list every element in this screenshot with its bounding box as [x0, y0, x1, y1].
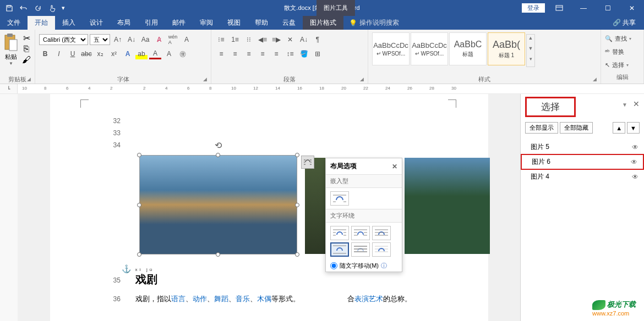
show-all-button[interactable]: 全部显示: [525, 122, 558, 134]
style-title[interactable]: AaBbC标题: [449, 32, 487, 65]
replace-button[interactable]: ᵃᵇ替换: [605, 46, 640, 58]
document-viewport[interactable]: 32 33 34 35 36 ⟲ ⚓ xì jù: [18, 94, 520, 321]
tab-references[interactable]: 引用: [138, 16, 165, 30]
layout-behind[interactable]: [351, 242, 370, 257]
image-behind-2[interactable]: [405, 158, 490, 254]
pane-dropdown-arrow[interactable]: ▼: [622, 102, 627, 108]
format-painter-button[interactable]: 🖌: [21, 55, 32, 65]
paragraph-launcher[interactable]: ◢: [360, 76, 367, 83]
borders-button[interactable]: ⊞: [312, 48, 324, 59]
layout-topbottom[interactable]: [330, 242, 349, 257]
bring-forward-button[interactable]: ▲: [613, 122, 625, 134]
hide-all-button[interactable]: 全部隐藏: [560, 122, 593, 134]
style-heading1[interactable]: AaBb(标题 1: [488, 32, 525, 65]
superscript-button[interactable]: x²: [108, 48, 120, 59]
layout-through[interactable]: [372, 226, 391, 240]
bullets-button[interactable]: ⁝≡: [215, 34, 227, 45]
rotate-handle[interactable]: ⟲: [212, 140, 223, 151]
layout-options-button[interactable]: [301, 156, 314, 169]
object-item-pic5[interactable]: 图片 5👁: [521, 140, 644, 154]
redo-button[interactable]: [31, 1, 45, 15]
line-spacing-button[interactable]: ↕≡: [284, 48, 296, 59]
visibility-toggle[interactable]: 👁: [632, 173, 638, 181]
numbering-button[interactable]: 1≡: [229, 34, 241, 45]
shading-button[interactable]: 🪣: [298, 48, 310, 59]
qat-customize-dropdown[interactable]: ▾: [59, 1, 67, 15]
distributed-button[interactable]: ≡: [270, 48, 282, 59]
tab-layout[interactable]: 布局: [110, 16, 138, 30]
cut-button[interactable]: ✂: [21, 33, 32, 43]
undo-button[interactable]: [17, 1, 31, 15]
tab-review[interactable]: 审阅: [193, 16, 220, 30]
font-size-select[interactable]: 五号: [90, 34, 110, 45]
highlight-button[interactable]: ab: [135, 48, 148, 59]
save-button[interactable]: [2, 1, 17, 15]
tell-me-search[interactable]: 💡 操作说明搜索: [343, 18, 399, 27]
layout-inline[interactable]: [330, 191, 349, 206]
tab-help[interactable]: 帮助: [248, 16, 275, 30]
select-button[interactable]: ↖选择▾: [605, 59, 640, 71]
tab-file[interactable]: 文件: [0, 16, 28, 30]
tab-selector[interactable]: ┗: [0, 84, 18, 93]
clipboard-launcher[interactable]: ◢: [27, 76, 34, 83]
style-gallery-more[interactable]: ▲▼▾: [526, 34, 535, 67]
minimize-button[interactable]: —: [571, 0, 596, 16]
maximize-button[interactable]: ☐: [596, 0, 620, 16]
phonetic-guide-button[interactable]: wénA: [167, 34, 179, 45]
login-button[interactable]: 登录: [522, 3, 545, 13]
tab-design[interactable]: 设计: [83, 16, 110, 30]
tab-home[interactable]: 开始: [28, 16, 55, 30]
style-wpsof-1[interactable]: AaBbCcDc↵ WPSOf...: [372, 32, 410, 65]
tab-cloud[interactable]: 云盘: [275, 16, 303, 30]
horizontal-ruler[interactable]: 108642 24681012141618202224262830: [18, 84, 644, 93]
tab-mailings[interactable]: 邮件: [165, 16, 193, 30]
tab-insert[interactable]: 插入: [55, 16, 83, 30]
align-left-button[interactable]: ≡: [215, 48, 227, 59]
increase-font-button[interactable]: A↑: [112, 34, 124, 45]
style-wpsof-2[interactable]: AaBbCcDc↵ WPSOf...: [411, 32, 448, 65]
visibility-toggle[interactable]: 👁: [631, 158, 637, 166]
asian-layout-button[interactable]: ✕: [284, 34, 296, 45]
resize-handle-sw[interactable]: [137, 252, 141, 257]
justify-button[interactable]: ≡: [256, 48, 269, 59]
touch-mode-button[interactable]: [45, 1, 59, 15]
font-launcher[interactable]: ◢: [203, 76, 210, 83]
copy-button[interactable]: ⎘: [21, 44, 32, 54]
char-shading-button[interactable]: A: [163, 48, 175, 59]
tab-picture-format[interactable]: 图片格式: [303, 16, 343, 30]
paste-button[interactable]: 粘贴 ▼: [3, 31, 19, 66]
send-backward-button[interactable]: ▼: [627, 122, 640, 134]
decrease-indent-button[interactable]: ◀≡: [256, 34, 269, 45]
font-name-select[interactable]: Calibri (西文: [39, 34, 88, 45]
selected-image[interactable]: ⟲: [139, 155, 297, 254]
tab-view[interactable]: 视图: [220, 16, 248, 30]
close-popup-button[interactable]: ✕: [392, 163, 397, 170]
layout-square[interactable]: [330, 226, 349, 240]
align-center-button[interactable]: ≡: [229, 48, 241, 59]
align-right-button[interactable]: ≡: [243, 48, 255, 59]
vertical-ruler[interactable]: [0, 94, 18, 321]
text-effects-button[interactable]: A: [122, 48, 134, 59]
layout-tight[interactable]: [351, 226, 370, 240]
strikethrough-button[interactable]: abc: [80, 48, 92, 59]
multilevel-list-button[interactable]: ⁝⁝: [243, 34, 255, 45]
font-color-button[interactable]: A: [149, 48, 161, 59]
show-hide-marks-button[interactable]: ¶: [312, 34, 324, 45]
close-window-button[interactable]: ✕: [620, 0, 644, 16]
sort-button[interactable]: A↓: [298, 34, 310, 45]
underline-button[interactable]: U: [67, 48, 79, 59]
resize-handle-e[interactable]: [295, 203, 299, 207]
decrease-font-button[interactable]: A↓: [125, 34, 138, 45]
share-button[interactable]: 🔗 共享: [613, 18, 644, 27]
object-item-pic4[interactable]: 图片 4👁: [521, 170, 644, 184]
change-case-button[interactable]: Aa: [139, 34, 151, 45]
ribbon-display-options[interactable]: [547, 0, 571, 16]
visibility-toggle[interactable]: 👁: [632, 143, 638, 151]
radio-move-with-text[interactable]: [330, 262, 337, 269]
enclose-char-button[interactable]: ㊝: [177, 48, 189, 59]
styles-launcher[interactable]: ◢: [593, 76, 599, 83]
resize-handle-w[interactable]: [137, 203, 141, 207]
resize-handle-n[interactable]: [216, 153, 220, 157]
info-icon[interactable]: ⓘ: [381, 262, 387, 270]
resize-handle-se[interactable]: [295, 252, 299, 257]
